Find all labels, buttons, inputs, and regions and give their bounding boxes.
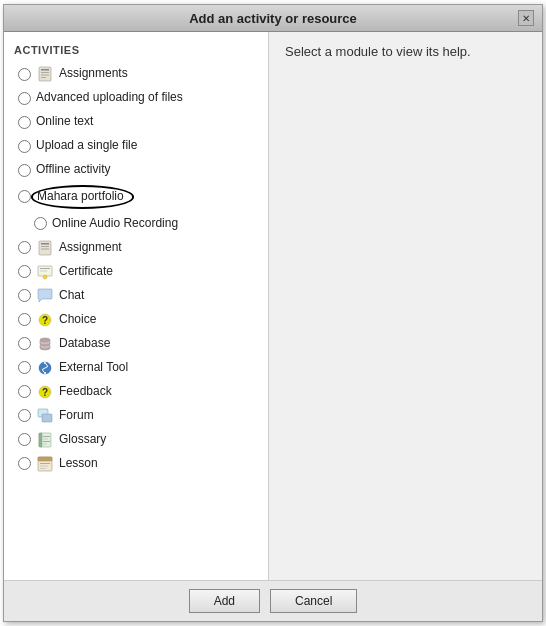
assignments-label: Assignments: [59, 66, 128, 82]
radio-database[interactable]: [18, 337, 31, 350]
help-text: Select a module to view its help.: [285, 44, 471, 59]
svg-rect-10: [40, 268, 50, 269]
list-item-database[interactable]: Database: [14, 332, 264, 356]
list-item-external-tool[interactable]: External Tool: [14, 356, 264, 380]
chat-label: Chat: [59, 288, 84, 304]
dialog-title: Add an activity or resource: [28, 11, 518, 26]
list-item-chat[interactable]: Chat: [14, 284, 264, 308]
certificate-label: Certificate: [59, 264, 113, 280]
radio-forum[interactable]: [18, 409, 31, 422]
svg-text:?: ?: [42, 315, 48, 326]
radio-certificate[interactable]: [18, 265, 31, 278]
choice-icon: ?: [36, 311, 54, 329]
svg-point-12: [43, 275, 47, 279]
radio-online-text[interactable]: [18, 116, 31, 129]
svg-rect-27: [43, 441, 50, 442]
list-item-upload-single[interactable]: Upload a single file: [14, 134, 264, 158]
activities-header: ACTIVITIES: [14, 44, 264, 56]
svg-text:?: ?: [42, 387, 48, 398]
radio-glossary[interactable]: [18, 433, 31, 446]
svg-rect-6: [41, 243, 49, 245]
radio-audio-recording[interactable]: [34, 217, 47, 230]
svg-point-17: [44, 362, 46, 364]
online-text-label: Online text: [36, 114, 93, 130]
svg-rect-30: [38, 457, 52, 461]
radio-feedback[interactable]: [18, 385, 31, 398]
svg-rect-8: [41, 248, 49, 249]
upload-single-label: Upload a single file: [36, 138, 137, 154]
feedback-label: Feedback: [59, 384, 112, 400]
external-tool-icon: [36, 359, 54, 377]
certificate-icon: [36, 263, 54, 281]
lesson-label: Lesson: [59, 456, 98, 472]
database-label: Database: [59, 336, 110, 352]
cancel-button[interactable]: Cancel: [270, 589, 357, 613]
list-item-offline-activity[interactable]: Offline activity: [14, 158, 264, 182]
svg-rect-32: [40, 465, 48, 466]
external-tool-label: External Tool: [59, 360, 128, 376]
radio-external-tool[interactable]: [18, 361, 31, 374]
choice-label: Choice: [59, 312, 96, 328]
radio-offline-activity[interactable]: [18, 164, 31, 177]
list-item-assignments[interactable]: Assignments: [14, 62, 264, 86]
list-item-advanced-uploading[interactable]: Advanced uploading of files: [14, 86, 264, 110]
svg-rect-31: [40, 463, 50, 464]
radio-mahara[interactable]: [18, 190, 31, 203]
radio-choice[interactable]: [18, 313, 31, 326]
mahara-label: Mahara portfolio: [37, 189, 124, 205]
glossary-icon: [36, 431, 54, 449]
svg-rect-11: [40, 270, 47, 271]
title-bar: Add an activity or resource ✕: [4, 5, 542, 32]
feedback-icon: ?: [36, 383, 54, 401]
assignment-label: Assignment: [59, 240, 122, 256]
dialog-body: ACTIVITIES Assignments: [4, 32, 542, 580]
offline-activity-label: Offline activity: [36, 162, 110, 178]
assignments-icon: [36, 65, 54, 83]
svg-rect-7: [41, 246, 49, 247]
radio-advanced-uploading[interactable]: [18, 92, 31, 105]
svg-point-18: [44, 372, 46, 374]
svg-rect-1: [41, 69, 49, 71]
list-item-audio-recording[interactable]: Online Audio Recording: [14, 212, 264, 236]
radio-upload-single[interactable]: [18, 140, 31, 153]
svg-rect-24: [39, 433, 42, 447]
activity-list-scroll[interactable]: ACTIVITIES Assignments: [4, 32, 268, 580]
assignment-icon: [36, 239, 54, 257]
add-activity-dialog: Add an activity or resource ✕ ACTIVITIES: [3, 4, 543, 622]
list-item-lesson[interactable]: Lesson: [14, 452, 264, 476]
list-item-glossary[interactable]: Glossary: [14, 428, 264, 452]
chat-icon: [36, 287, 54, 305]
close-button[interactable]: ✕: [518, 10, 534, 26]
list-item-assignment[interactable]: Assignment: [14, 236, 264, 260]
audio-recording-label: Online Audio Recording: [52, 216, 178, 232]
database-icon: [36, 335, 54, 353]
svg-rect-3: [41, 75, 49, 76]
list-item-certificate[interactable]: Certificate: [14, 260, 264, 284]
radio-chat[interactable]: [18, 289, 31, 302]
dialog-footer: Add Cancel: [4, 580, 542, 621]
svg-rect-25: [43, 436, 50, 437]
radio-lesson[interactable]: [18, 457, 31, 470]
radio-assignment[interactable]: [18, 241, 31, 254]
svg-rect-26: [43, 438, 48, 439]
glossary-label: Glossary: [59, 432, 106, 448]
forum-label: Forum: [59, 408, 94, 424]
advanced-uploading-label: Advanced uploading of files: [36, 90, 183, 106]
list-item-online-text[interactable]: Online text: [14, 110, 264, 134]
lesson-icon: [36, 455, 54, 473]
radio-assignments[interactable]: [18, 68, 31, 81]
list-item-choice[interactable]: ? Choice: [14, 308, 264, 332]
svg-rect-28: [43, 443, 47, 444]
svg-rect-4: [41, 77, 46, 78]
add-button[interactable]: Add: [189, 589, 260, 613]
svg-rect-33: [40, 468, 46, 469]
left-panel: ACTIVITIES Assignments: [4, 32, 269, 580]
svg-rect-2: [41, 72, 49, 73]
forum-icon: [36, 407, 54, 425]
svg-rect-22: [42, 414, 52, 422]
right-panel: Select a module to view its help.: [269, 32, 542, 580]
list-item-feedback[interactable]: ? Feedback: [14, 380, 264, 404]
list-item-forum[interactable]: Forum: [14, 404, 264, 428]
mahara-highlight-oval[interactable]: Mahara portfolio: [31, 185, 134, 209]
